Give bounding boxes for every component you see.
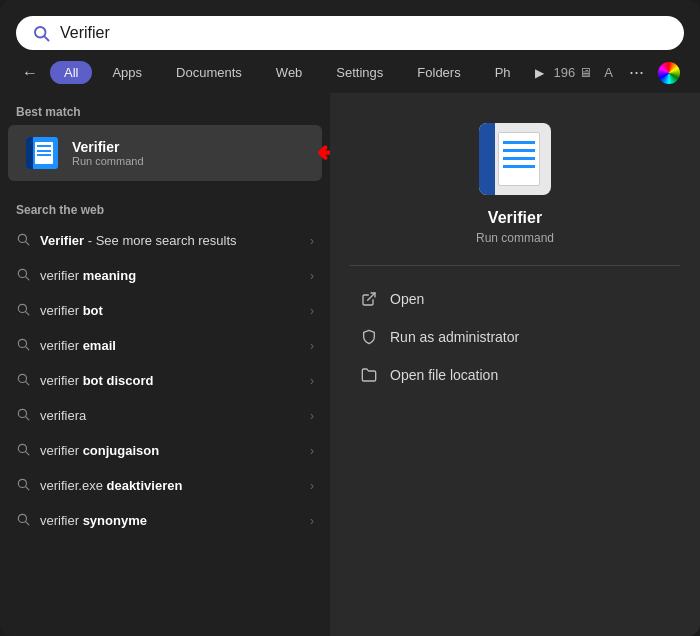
verifier-icon-inner xyxy=(35,142,53,164)
web-item-0[interactable]: Verifier - See more search results › xyxy=(0,223,330,258)
best-match-name: Verifier xyxy=(72,139,306,155)
right-panel: Verifier Run command Open xyxy=(330,93,700,636)
chevron-icon-2: › xyxy=(310,304,314,318)
web-search-icon-2 xyxy=(16,302,30,319)
svg-line-15 xyxy=(26,452,29,455)
svg-line-20 xyxy=(368,293,375,300)
svg-line-11 xyxy=(26,382,29,385)
chevron-icon-6: › xyxy=(310,444,314,458)
shield-icon xyxy=(360,328,378,346)
svg-line-17 xyxy=(26,487,29,490)
app-icon xyxy=(24,135,60,171)
web-search-icon-7 xyxy=(16,477,30,494)
colorwheel-icon[interactable] xyxy=(658,62,680,84)
web-item-text-5: verifiera xyxy=(40,408,300,423)
web-search-icon-3 xyxy=(16,337,30,354)
search-query: Verifier xyxy=(60,24,668,42)
chevron-icon-4: › xyxy=(310,374,314,388)
web-search-icon-5 xyxy=(16,407,30,424)
tab-apps[interactable]: Apps xyxy=(98,61,156,84)
svg-line-3 xyxy=(26,242,29,245)
tab-letter-a[interactable]: A xyxy=(598,63,619,82)
back-button[interactable]: ← xyxy=(16,62,44,84)
web-search-label: Search the web xyxy=(0,199,330,223)
svg-line-9 xyxy=(26,347,29,350)
action-open-file-location[interactable]: Open file location xyxy=(350,358,680,392)
right-divider xyxy=(350,265,680,266)
tab-ph[interactable]: Ph xyxy=(481,61,525,84)
device-icon: 🖥 xyxy=(579,65,592,80)
web-item-text-7: verifier.exe deaktivieren xyxy=(40,478,300,493)
chevron-icon-8: › xyxy=(310,514,314,528)
web-item-6[interactable]: verifier conjugaison › xyxy=(0,433,330,468)
web-search-icon-6 xyxy=(16,442,30,459)
external-link-icon xyxy=(360,290,378,308)
right-app-icon xyxy=(479,123,551,195)
tab-documents[interactable]: Documents xyxy=(162,61,256,84)
web-item-5[interactable]: verifiera › xyxy=(0,398,330,433)
chevron-icon-0: › xyxy=(310,234,314,248)
web-search-icon-0 xyxy=(16,232,30,249)
svg-line-1 xyxy=(44,36,48,40)
chevron-icon-1: › xyxy=(310,269,314,283)
action-open[interactable]: Open xyxy=(350,282,680,316)
chevron-icon-7: › xyxy=(310,479,314,493)
filter-tabs-bar: ← All Apps Documents Web Settings Folder… xyxy=(0,60,700,93)
result-count: 196 🖥 xyxy=(554,65,593,80)
tab-folders[interactable]: Folders xyxy=(403,61,474,84)
action-run-as-admin[interactable]: Run as administrator xyxy=(350,320,680,354)
right-app-type: Run command xyxy=(476,231,554,245)
web-item-text-0: Verifier - See more search results xyxy=(40,233,300,248)
chevron-icon-3: › xyxy=(310,339,314,353)
main-content: Best match Verifier Run command ➜ xyxy=(0,93,700,636)
web-item-text-2: verifier bot xyxy=(40,303,300,318)
web-item-text-1: verifier meaning xyxy=(40,268,300,283)
web-search-icon-8 xyxy=(16,512,30,529)
svg-line-13 xyxy=(26,417,29,420)
web-item-4[interactable]: verifier bot discord › xyxy=(0,363,330,398)
tab-settings[interactable]: Settings xyxy=(322,61,397,84)
more-button[interactable]: ··· xyxy=(625,60,648,85)
chevron-icon-5: › xyxy=(310,409,314,423)
search-window: Verifier ← All Apps Documents Web Settin… xyxy=(0,0,700,636)
best-match-subtitle: Run command xyxy=(72,155,306,167)
action-fileloc-label: Open file location xyxy=(390,367,498,383)
section-divider xyxy=(0,189,330,199)
web-search-icon-1 xyxy=(16,267,30,284)
right-actions: Open Run as administrator xyxy=(350,282,680,392)
action-open-label: Open xyxy=(390,291,424,307)
web-item-2[interactable]: verifier bot › xyxy=(0,293,330,328)
action-admin-label: Run as administrator xyxy=(390,329,519,345)
search-icon xyxy=(32,24,50,42)
svg-line-7 xyxy=(26,312,29,315)
play-button[interactable]: ▶ xyxy=(531,64,548,82)
verifier-icon xyxy=(26,137,58,169)
web-item-3[interactable]: verifier email › xyxy=(0,328,330,363)
best-match-item[interactable]: Verifier Run command xyxy=(8,125,322,181)
best-match-info: Verifier Run command xyxy=(72,139,306,167)
web-item-text-4: verifier bot discord xyxy=(40,373,300,388)
svg-line-5 xyxy=(26,277,29,280)
web-item-text-8: verifier synonyme xyxy=(40,513,300,528)
left-panel: Best match Verifier Run command ➜ xyxy=(0,93,330,636)
best-match-label: Best match xyxy=(0,101,330,125)
right-app-icon-inner xyxy=(498,132,540,186)
folder-icon xyxy=(360,366,378,384)
right-app-name: Verifier xyxy=(488,209,542,227)
search-bar[interactable]: Verifier xyxy=(16,16,684,50)
tab-web[interactable]: Web xyxy=(262,61,317,84)
svg-line-19 xyxy=(26,522,29,525)
web-item-1[interactable]: verifier meaning › xyxy=(0,258,330,293)
tab-all[interactable]: All xyxy=(50,61,92,84)
web-item-text-3: verifier email xyxy=(40,338,300,353)
web-item-8[interactable]: verifier synonyme › xyxy=(0,503,330,538)
web-item-text-6: verifier conjugaison xyxy=(40,443,300,458)
web-item-7[interactable]: verifier.exe deaktivieren › xyxy=(0,468,330,503)
web-search-icon-4 xyxy=(16,372,30,389)
